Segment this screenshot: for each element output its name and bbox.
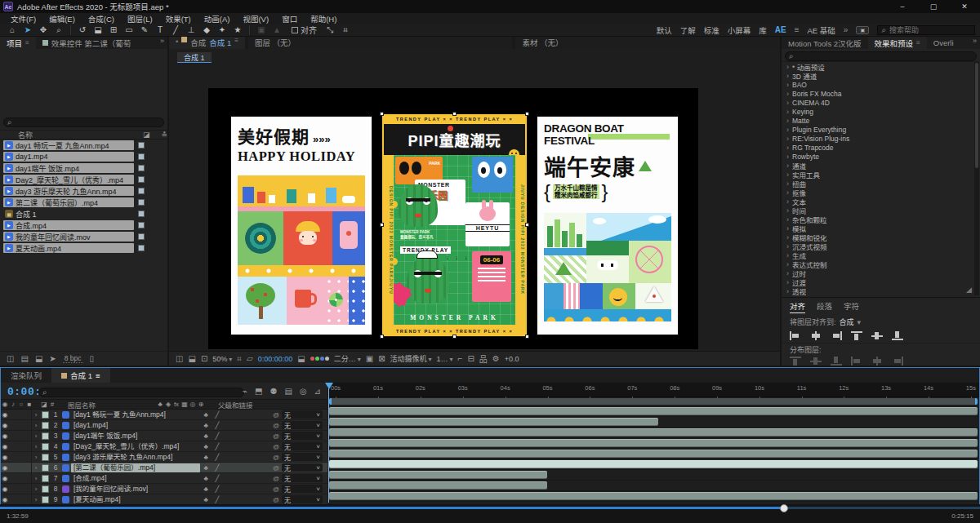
distribute-bottom-button[interactable]: [831, 357, 842, 366]
label-column-icon[interactable]: ◪: [40, 401, 48, 408]
twirl-icon[interactable]: [786, 153, 789, 161]
camera-select[interactable]: 活动摄像机: [390, 353, 432, 364]
motion-blur-icon[interactable]: ◎: [300, 387, 307, 396]
eye-icon[interactable]: [1, 410, 9, 419]
effect-category-row[interactable]: Plugin Everything: [782, 125, 973, 134]
resolution-select[interactable]: 二分…: [334, 353, 361, 364]
effect-category-row[interactable]: 模糊和锐化: [782, 233, 973, 242]
quality-column-icon[interactable]: ♣: [156, 401, 164, 408]
selection-tool-icon[interactable]: ➤: [20, 24, 35, 36]
effect-category-row[interactable]: * 动画预设: [782, 62, 973, 71]
tab-overlord[interactable]: Overli: [927, 37, 960, 49]
selection-handle[interactable]: [525, 335, 529, 339]
3d-column-icon[interactable]: ⊕: [197, 401, 205, 408]
tab-character[interactable]: 字符: [844, 300, 859, 313]
poster-pipi-monster-park[interactable]: TRENDY PLAY × × TRENDY PLAY × × PIPI童趣潮玩…: [382, 114, 527, 336]
align-top-button[interactable]: [851, 331, 862, 340]
pickwhip-icon[interactable]: @: [273, 411, 279, 419]
camera-tool-icon[interactable]: ⬓: [91, 24, 105, 36]
time-ruler[interactable]: 00s01s02s03s04s05s06s07s08s09s10s11s12s1…: [327, 383, 979, 397]
panel-menu-icon[interactable]: ≡: [916, 39, 920, 47]
effects-search[interactable]: [785, 51, 977, 61]
comp-mini-tab[interactable]: 合成 1: [177, 52, 212, 63]
minimize-button[interactable]: [887, 0, 918, 13]
project-item-row[interactable]: 夏天动画.mp4: [0, 242, 167, 254]
quality-switch[interactable]: ♣: [200, 496, 212, 503]
hand-tool-icon[interactable]: ✥: [36, 24, 51, 36]
tab-align[interactable]: 对齐: [790, 300, 805, 313]
magnification-icon[interactable]: ⊡: [201, 354, 207, 363]
fx-switch[interactable]: ╱: [212, 432, 223, 440]
help-search-input[interactable]: [889, 26, 971, 34]
home-icon[interactable]: ⌂: [5, 24, 20, 36]
panel-menu-icon[interactable]: ≡: [234, 37, 238, 49]
twirl-icon[interactable]: [786, 171, 789, 179]
draft-3d-icon[interactable]: ⬒: [255, 387, 262, 396]
eye-icon[interactable]: [1, 421, 9, 429]
twirl-icon[interactable]: [786, 215, 789, 224]
roto-brush-tool-icon[interactable]: ✦: [215, 24, 229, 36]
layer-row[interactable]: › 8 [我的童年回忆阅读.mov] ♣ ╱ @ 无 ˅: [1, 484, 327, 494]
project-item-row[interactable]: 第二课（葡萄乐园）.mp4: [0, 197, 167, 208]
layer-row[interactable]: › 6 [第二课（葡萄乐园）.mp4] ♣ ╱ @ 无 ˅: [1, 463, 327, 473]
progress-handle[interactable]: [780, 504, 788, 512]
twirl-icon[interactable]: [786, 108, 789, 116]
parent-select[interactable]: 无 ˅: [282, 485, 323, 493]
maximize-button[interactable]: [918, 0, 949, 13]
help-search[interactable]: [877, 25, 975, 35]
layer-row[interactable]: › 2 [day1.mp4] ♣ ╱ @ 无 ˅: [1, 420, 327, 431]
label-color-chip[interactable]: [138, 222, 145, 228]
pickwhip-icon[interactable]: @: [273, 485, 279, 493]
twirl-icon[interactable]: [786, 126, 789, 134]
audio-solo-lock-cells[interactable]: [9, 484, 32, 494]
twirl-icon[interactable]: [786, 260, 789, 268]
label-color-chip[interactable]: [42, 496, 49, 503]
hide-shy-layers-icon[interactable]: ⚉: [270, 387, 277, 396]
effect-category-row[interactable]: Keying: [782, 107, 973, 116]
project-item-row[interactable]: 我的童年回忆阅读.mov: [0, 231, 167, 242]
effect-category-row[interactable]: 文本: [782, 197, 973, 206]
label-color-chip[interactable]: [42, 464, 49, 472]
effect-category-row[interactable]: BAO: [782, 80, 973, 89]
workspace-overflow[interactable]: »: [844, 25, 849, 34]
workspace-default[interactable]: 默认: [657, 24, 672, 36]
twirl-icon[interactable]: [786, 117, 789, 125]
effect-category-row[interactable]: 沉浸式视频: [782, 242, 973, 250]
mask-visibility-icon[interactable]: ⬓: [188, 354, 195, 363]
quality-switch[interactable]: ♣: [200, 464, 212, 472]
layer-row[interactable]: › 3 [day1端午 饭饭.mp4] ♣ ╱ @ 无 ˅: [1, 431, 327, 441]
fx-switch[interactable]: ╱: [212, 496, 223, 503]
workspace-ae[interactable]: AE: [775, 25, 786, 34]
motion-blur-column-icon[interactable]: ◎: [189, 401, 197, 408]
twirl-icon[interactable]: ›: [32, 443, 40, 450]
audio-column-icon[interactable]: ♪: [9, 401, 17, 408]
effect-category-row[interactable]: 扭曲: [782, 179, 973, 188]
timeline-search[interactable]: [38, 388, 244, 397]
parent-select[interactable]: 无 ˅: [282, 463, 323, 472]
tab-render-queue[interactable]: 渲染队列: [1, 368, 51, 383]
workspace-ae-basic[interactable]: AE 基础: [808, 24, 835, 36]
project-item-row[interactable]: day1 畅玩一夏 九鱼Ann.mp4: [0, 140, 167, 151]
eye-icon[interactable]: [1, 453, 9, 461]
audio-solo-lock-cells[interactable]: [9, 452, 32, 462]
distribute-h-center-button[interactable]: [871, 357, 883, 366]
parent-select[interactable]: 无 ˅: [282, 432, 323, 440]
quality-switch[interactable]: ♣: [200, 422, 212, 429]
fx-column-icon[interactable]: fx: [172, 401, 180, 408]
layer-row[interactable]: › 5 [day3 游乐摩天轮 九鱼Ann.mp4] ♣ ╱ @ 无 ˅: [1, 452, 327, 463]
twirl-icon[interactable]: [786, 197, 789, 206]
twirl-icon[interactable]: [786, 90, 789, 98]
audio-solo-lock-cells[interactable]: [9, 473, 32, 483]
pickwhip-icon[interactable]: @: [273, 475, 279, 482]
label-color-chip[interactable]: [42, 475, 49, 482]
label-color-chip[interactable]: [138, 165, 145, 171]
solo-column-icon[interactable]: ○: [17, 401, 25, 408]
project-item-row[interactable]: day3 游乐摩天轮 九鱼Ann.mp4: [0, 185, 167, 197]
comp-flowchart-icon[interactable]: 品: [479, 352, 488, 365]
current-time[interactable]: 0:00:00:00: [258, 355, 293, 363]
layer-name[interactable]: [day1 畅玩一夏 九鱼Ann.mp4]: [71, 410, 200, 419]
selection-handle[interactable]: [525, 112, 529, 116]
zoom-select[interactable]: 50%: [212, 355, 232, 363]
fx-switch[interactable]: ╱: [212, 443, 223, 450]
label-color-chip[interactable]: [138, 245, 145, 251]
